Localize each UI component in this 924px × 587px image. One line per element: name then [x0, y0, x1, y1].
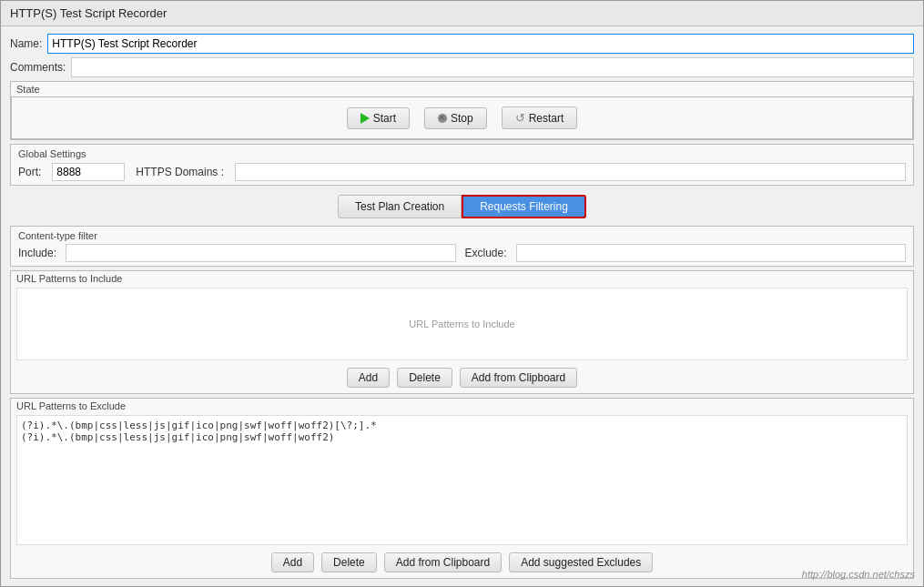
exclude-input[interactable] — [516, 244, 906, 262]
tabs-row: Test Plan Creation Requests Filtering — [10, 189, 914, 222]
url-exclude-textarea[interactable] — [16, 415, 908, 545]
title-bar: HTTP(S) Test Script Recorder — [1, 1, 923, 26]
include-add-button[interactable]: Add — [347, 368, 390, 388]
state-section: State Start Stop ↺ Restart — [10, 81, 914, 140]
play-icon — [360, 113, 370, 124]
exclude-clipboard-button[interactable]: Add from Clipboard — [384, 552, 502, 572]
tab1-label: Test Plan Creation — [355, 200, 444, 213]
tab2-label: Requests Filtering — [480, 200, 568, 213]
url-include-title: URL Patterns to Include — [11, 271, 913, 286]
global-settings-row: Port: HTTPS Domains : — [18, 163, 906, 181]
global-settings-section: Global Settings Port: HTTPS Domains : — [10, 144, 914, 186]
window-title: HTTP(S) Test Script Recorder — [10, 6, 167, 20]
https-domains-input[interactable] — [235, 163, 906, 181]
restart-button[interactable]: ↺ Restart — [502, 106, 578, 129]
name-input[interactable] — [47, 34, 914, 54]
start-button[interactable]: Start — [347, 107, 410, 129]
main-window: HTTP(S) Test Script Recorder Name: Comme… — [0, 0, 924, 587]
url-exclude-title: URL Patterns to Exclude — [11, 399, 913, 413]
content-filter-section: Content-type filter Include: Exclude: — [10, 226, 914, 267]
url-include-section: URL Patterns to Include URL Patterns to … — [10, 270, 914, 394]
watermark: http://blog.csdn.net/chszs — [802, 569, 915, 580]
include-clipboard-button[interactable]: Add from Clipboard — [460, 368, 577, 388]
include-delete-button[interactable]: Delete — [397, 368, 452, 388]
url-exclude-section: URL Patterns to Exclude Add Delete Add f… — [10, 398, 914, 579]
restart-icon: ↺ — [515, 111, 525, 125]
exclude-add-button[interactable]: Add — [271, 552, 314, 572]
url-include-buttons: Add Delete Add from Clipboard — [11, 362, 913, 393]
global-settings-title: Global Settings — [18, 148, 906, 159]
tab-requests-filtering[interactable]: Requests Filtering — [462, 195, 586, 218]
stop-icon — [438, 114, 447, 123]
state-buttons: Start Stop ↺ Restart — [11, 96, 913, 139]
stop-label: Stop — [451, 112, 473, 125]
state-title: State — [11, 82, 913, 96]
content-filter-title: Content-type filter — [18, 230, 906, 241]
exclude-label: Exclude: — [465, 247, 507, 259]
tab-test-plan-creation[interactable]: Test Plan Creation — [338, 195, 462, 218]
name-row: Name: — [10, 34, 914, 54]
exclude-suggested-button[interactable]: Add suggested Excludes — [509, 552, 653, 572]
content-filter-row: Include: Exclude: — [18, 244, 906, 262]
https-label: HTTPS Domains : — [136, 166, 224, 178]
include-input[interactable] — [66, 244, 455, 262]
restart-label: Restart — [529, 112, 564, 125]
name-label: Name: — [10, 37, 42, 50]
include-label: Include: — [18, 247, 56, 259]
url-include-placeholder: URL Patterns to Include — [16, 288, 908, 360]
port-input[interactable] — [52, 163, 125, 181]
exclude-delete-button[interactable]: Delete — [321, 552, 377, 572]
start-label: Start — [373, 112, 396, 125]
comments-input[interactable] — [71, 57, 914, 77]
stop-button[interactable]: Stop — [424, 107, 487, 129]
comments-row: Comments: — [10, 57, 914, 77]
comments-label: Comments: — [10, 61, 66, 74]
url-sections: URL Patterns to Include URL Patterns to … — [10, 270, 914, 579]
url-exclude-buttons: Add Delete Add from Clipboard Add sugges… — [11, 547, 913, 578]
port-label: Port: — [18, 166, 41, 178]
content-area: Name: Comments: State Start Stop ↺ — [1, 26, 923, 586]
